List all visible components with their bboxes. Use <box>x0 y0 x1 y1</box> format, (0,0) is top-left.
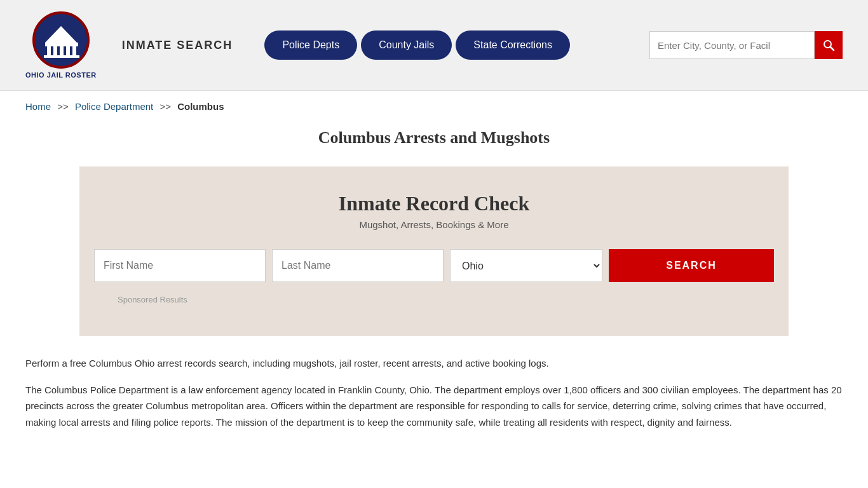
record-check-form: Ohio Alabama Alaska Arizona Arkansas Cal… <box>118 249 750 282</box>
header: Ohio Jail Roster INMATE SEARCH Police De… <box>0 0 868 91</box>
record-check-title: Inmate Record Check <box>118 192 750 215</box>
svg-rect-3 <box>66 46 70 55</box>
svg-rect-0 <box>47 46 51 55</box>
breadcrumb-separator-2: >> <box>159 101 171 112</box>
breadcrumb-separator-1: >> <box>57 101 69 112</box>
logo-icon <box>32 11 90 69</box>
nav-police-depts-button[interactable]: Police Depts <box>264 30 357 60</box>
nav-state-corrections-button[interactable]: State Corrections <box>456 30 570 60</box>
sponsored-results-label: Sponsored Results <box>118 295 750 304</box>
search-icon <box>822 39 835 51</box>
svg-rect-7 <box>44 55 79 58</box>
breadcrumb: Home >> Police Department >> Columbus <box>0 91 868 122</box>
breadcrumb-current: Columbus <box>177 101 224 112</box>
svg-marker-6 <box>45 26 77 43</box>
last-name-input[interactable] <box>272 249 444 282</box>
record-check-subtitle: Mugshot, Arrests, Bookings & More <box>118 219 750 230</box>
logo-area: Ohio Jail Roster <box>25 11 97 79</box>
svg-rect-5 <box>45 43 78 46</box>
inmate-search-label: INMATE SEARCH <box>122 39 233 52</box>
nav-buttons: Police Depts County Jails State Correcti… <box>264 30 574 60</box>
page-title: Columbus Arrests and Mugshots <box>25 128 843 147</box>
header-search-button[interactable] <box>815 31 843 59</box>
svg-line-9 <box>831 47 834 51</box>
record-check-search-button[interactable]: SEARCH <box>609 249 774 282</box>
svg-rect-1 <box>53 46 57 55</box>
nav-county-jails-button[interactable]: County Jails <box>361 30 452 60</box>
svg-rect-2 <box>60 46 64 55</box>
page-title-section: Columbus Arrests and Mugshots <box>0 122 868 166</box>
record-check-box: Inmate Record Check Mugshot, Arrests, Bo… <box>79 166 789 336</box>
state-select[interactable]: Ohio Alabama Alaska Arizona Arkansas Cal… <box>450 249 602 282</box>
breadcrumb-police-department-link[interactable]: Police Department <box>75 101 153 112</box>
logo-text: Ohio Jail Roster <box>25 71 97 79</box>
description-paragraph-1: Perform a free Columbus Ohio arrest reco… <box>25 355 843 372</box>
breadcrumb-home-link[interactable]: Home <box>25 101 51 112</box>
description-paragraph-2: The Columbus Police Department is a law … <box>25 382 843 431</box>
header-search-area <box>649 31 843 59</box>
description-section: Perform a free Columbus Ohio arrest reco… <box>0 336 868 459</box>
first-name-input[interactable] <box>94 249 266 282</box>
header-search-input[interactable] <box>649 31 815 59</box>
svg-rect-4 <box>72 46 76 55</box>
